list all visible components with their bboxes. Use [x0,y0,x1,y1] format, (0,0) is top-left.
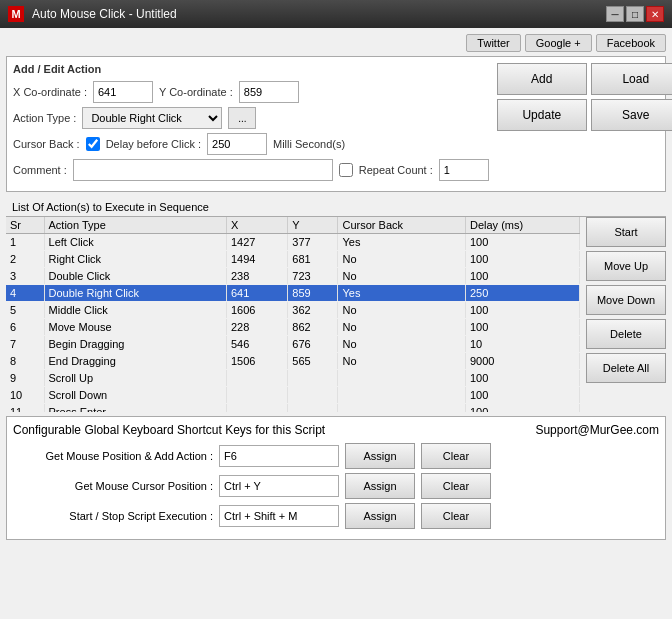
col-action-type: Action Type [44,217,226,234]
action-type-select[interactable]: Left ClickRight ClickDouble ClickDouble … [82,107,222,129]
minimize-button[interactable]: ─ [606,6,624,22]
move-up-button[interactable]: Move Up [586,251,666,281]
y-coord-input[interactable] [239,81,299,103]
shortcuts-section: Configurable Global Keyboard Shortcut Ke… [6,416,666,540]
update-button[interactable]: Update [497,99,587,131]
assign-button-2[interactable]: Assign [345,503,415,529]
delay-unit: Milli Second(s) [273,138,345,150]
title-bar-left: M Auto Mouse Click - Untitled [8,6,177,22]
x-coord-input[interactable] [93,81,153,103]
delete-all-button[interactable]: Delete All [586,353,666,383]
app-icon: M [8,6,24,22]
table-row[interactable]: 7Begin Dragging546676No10 [6,336,580,353]
repeat-count-label: Repeat Count : [359,164,433,176]
comment-checkbox[interactable] [339,163,353,177]
table-row[interactable]: 1Left Click1427377Yes100 [6,234,580,251]
table-wrapper: Sr Action Type X Y Cursor Back Delay (ms… [6,217,666,412]
col-delay: Delay (ms) [465,217,579,234]
title-bar: M Auto Mouse Click - Untitled ─ □ ✕ [0,0,672,28]
action-type-label: Action Type : [13,112,76,124]
delete-button[interactable]: Delete [586,319,666,349]
comment-row: Comment : Repeat Count : [13,159,489,181]
y-coord-label: Y Co-ordinate : [159,86,233,98]
start-button[interactable]: Start [586,217,666,247]
close-button[interactable]: ✕ [646,6,664,22]
window-title: Auto Mouse Click - Untitled [32,7,177,21]
twitter-button[interactable]: Twitter [466,34,520,52]
clear-button-1[interactable]: Clear [421,473,491,499]
side-buttons: Start Move Up Move Down Delete Delete Al… [586,217,666,412]
shortcut-label: Get Mouse Position & Add Action : [13,450,213,462]
main-content: Twitter Google + Facebook Add / Edit Act… [0,28,672,619]
add-edit-section: Add / Edit Action X Co-ordinate : Y Co-o… [6,56,666,192]
col-y: Y [288,217,338,234]
repeat-count-input[interactable] [439,159,489,181]
support-text: Support@MurGee.com [535,423,659,437]
shortcut-input-0[interactable] [219,445,339,467]
x-coord-label: X Co-ordinate : [13,86,87,98]
shortcut-row: Start / Stop Script Execution :AssignCle… [13,503,659,529]
shortcut-label: Get Mouse Cursor Position : [13,480,213,492]
add-button[interactable]: Add [497,63,587,95]
delay-label: Delay before Click : [106,138,201,150]
comment-label: Comment : [13,164,67,176]
maximize-button[interactable]: □ [626,6,644,22]
table-row[interactable]: 10Scroll Down100 [6,387,580,404]
dots-button[interactable]: ... [228,107,256,129]
shortcuts-rows: Get Mouse Position & Add Action :AssignC… [13,443,659,529]
table-row[interactable]: 8End Dragging1506565No9000 [6,353,580,370]
action-table-label: List Of Action(s) to Execute in Sequence [6,198,666,217]
table-row[interactable]: 6Move Mouse228862No100 [6,319,580,336]
shortcuts-label: Configurable Global Keyboard Shortcut Ke… [13,423,325,437]
social-bar: Twitter Google + Facebook [6,34,666,52]
table-row[interactable]: 9Scroll Up100 [6,370,580,387]
title-bar-controls: ─ □ ✕ [606,6,664,22]
col-x: X [226,217,287,234]
shortcut-input-1[interactable] [219,475,339,497]
shortcut-row: Get Mouse Position & Add Action :AssignC… [13,443,659,469]
shortcut-row: Get Mouse Cursor Position :AssignClear [13,473,659,499]
table-row[interactable]: 2Right Click1494681No100 [6,251,580,268]
action-table: Sr Action Type X Y Cursor Back Delay (ms… [6,217,580,412]
table-row[interactable]: 4Double Right Click641859Yes250 [6,285,580,302]
cursor-delay-row: Cursor Back : Delay before Click : Milli… [13,133,489,155]
cursor-back-checkbox[interactable] [86,137,100,151]
add-edit-label: Add / Edit Action [13,63,489,75]
clear-button-0[interactable]: Clear [421,443,491,469]
col-cursor-back: Cursor Back [338,217,465,234]
table-row[interactable]: 3Double Click238723No100 [6,268,580,285]
table-row[interactable]: 5Middle Click1606362No100 [6,302,580,319]
shortcut-label: Start / Stop Script Execution : [13,510,213,522]
action-table-section: List Of Action(s) to Execute in Sequence… [6,198,666,412]
clear-button-2[interactable]: Clear [421,503,491,529]
cursor-back-label: Cursor Back : [13,138,80,150]
save-button[interactable]: Save [591,99,672,131]
facebook-button[interactable]: Facebook [596,34,666,52]
delay-input[interactable] [207,133,267,155]
comment-input[interactable] [73,159,333,181]
shortcuts-header: Configurable Global Keyboard Shortcut Ke… [13,423,659,437]
action-type-row: Action Type : Left ClickRight ClickDoubl… [13,107,489,129]
action-table-scroll[interactable]: Sr Action Type X Y Cursor Back Delay (ms… [6,217,580,412]
shortcut-input-2[interactable] [219,505,339,527]
col-sr: Sr [6,217,44,234]
load-button[interactable]: Load [591,63,672,95]
assign-button-1[interactable]: Assign [345,473,415,499]
assign-button-0[interactable]: Assign [345,443,415,469]
table-row[interactable]: 11Press Enter100 [6,404,580,413]
google-plus-button[interactable]: Google + [525,34,592,52]
move-down-button[interactable]: Move Down [586,285,666,315]
coord-row: X Co-ordinate : Y Co-ordinate : [13,81,489,103]
